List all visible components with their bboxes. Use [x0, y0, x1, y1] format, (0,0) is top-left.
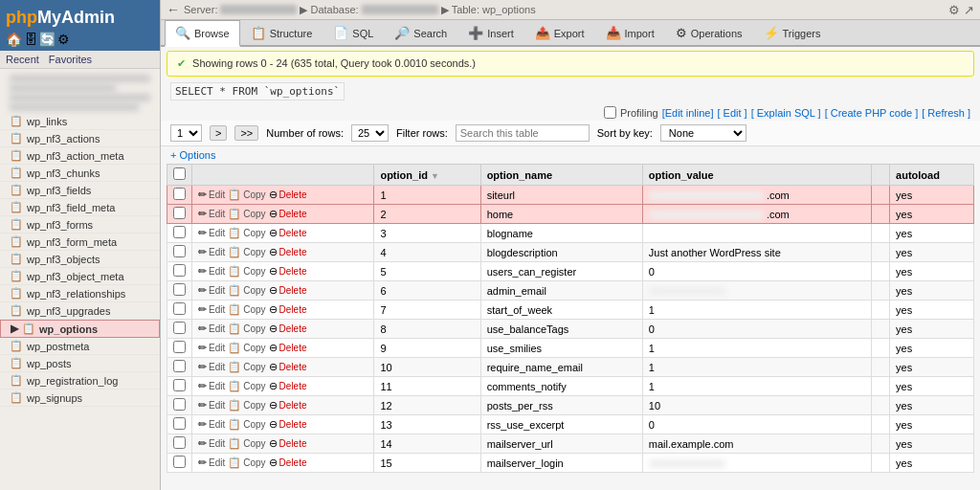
copy-button[interactable]: Copy: [243, 419, 265, 430]
next-page-button[interactable]: >: [210, 125, 227, 141]
delete-button[interactable]: Delete: [279, 343, 307, 353]
profiling-checkbox[interactable]: [604, 106, 616, 119]
filter-input[interactable]: [456, 124, 590, 142]
edit-button[interactable]: Edit: [209, 209, 225, 219]
copy-button[interactable]: Copy: [243, 189, 265, 200]
edit-button[interactable]: Edit: [209, 323, 225, 334]
copy-button[interactable]: Copy: [243, 343, 265, 353]
recent-link[interactable]: Recent: [6, 54, 39, 65]
select-all-checkbox[interactable]: [173, 167, 186, 180]
copy-button[interactable]: Copy: [243, 228, 265, 238]
copy-button[interactable]: Copy: [243, 247, 265, 257]
edit-button[interactable]: Edit: [209, 266, 225, 277]
delete-button[interactable]: Delete: [279, 419, 307, 430]
back-button[interactable]: ←: [167, 2, 180, 17]
row-checkbox[interactable]: [173, 264, 186, 277]
copy-button[interactable]: Copy: [243, 304, 265, 315]
col-option-name[interactable]: option_name: [480, 165, 642, 186]
tab-structure[interactable]: 📋 Structure: [240, 20, 323, 45]
edit-button[interactable]: Edit: [209, 419, 225, 430]
tab-export[interactable]: 📤 Export: [524, 20, 595, 45]
tab-import[interactable]: 📥 Import: [595, 20, 665, 45]
row-checkbox[interactable]: [173, 456, 186, 468]
delete-button[interactable]: Delete: [279, 304, 307, 315]
sidebar-item-wp-registration-log[interactable]: 📋 wp_registration_log: [0, 372, 160, 390]
tab-sql[interactable]: 📄 SQL: [323, 20, 384, 45]
explain-sql-link[interactable]: [ Explain SQL ]: [751, 107, 821, 119]
options-link[interactable]: + Options: [170, 149, 215, 161]
sidebar-item-wp-nf3-relationships[interactable]: 📋 wp_nf3_relationships: [0, 285, 160, 302]
last-page-button[interactable]: >>: [234, 125, 258, 141]
refresh-icon[interactable]: 🔄: [39, 32, 56, 47]
copy-button[interactable]: Copy: [243, 285, 265, 296]
edit-link[interactable]: [ Edit ]: [717, 107, 746, 119]
row-checkbox[interactable]: [173, 188, 186, 200]
edit-button[interactable]: Edit: [209, 247, 225, 257]
sidebar-item-wp-posts[interactable]: 📋 wp_posts: [0, 355, 160, 372]
db-icon[interactable]: 🗄: [24, 32, 37, 47]
sidebar-item-wp-nf3-actions[interactable]: 📋 wp_nf3_actions: [0, 130, 160, 147]
favorites-link[interactable]: Favorites: [49, 54, 92, 65]
edit-button[interactable]: Edit: [209, 189, 225, 200]
edit-button[interactable]: Edit: [209, 343, 225, 353]
copy-button[interactable]: Copy: [243, 457, 265, 468]
tab-insert[interactable]: ➕ Insert: [457, 20, 524, 45]
delete-button[interactable]: Delete: [279, 381, 307, 391]
sidebar-item-wp-links[interactable]: 📋 wp_links: [0, 113, 160, 130]
row-checkbox[interactable]: [173, 417, 186, 430]
sidebar-item-wp-nf3-forms[interactable]: 📋 wp_nf3_forms: [0, 216, 160, 234]
col-option-id[interactable]: option_id ▼: [374, 165, 480, 186]
edit-button[interactable]: Edit: [209, 438, 225, 449]
delete-button[interactable]: Delete: [279, 266, 307, 277]
delete-button[interactable]: Delete: [279, 400, 307, 411]
copy-button[interactable]: Copy: [243, 362, 265, 372]
delete-button[interactable]: Delete: [279, 323, 307, 334]
rows-per-page-select[interactable]: 25: [351, 124, 389, 142]
row-checkbox[interactable]: [173, 379, 186, 391]
refresh-link[interactable]: [ Refresh ]: [922, 107, 970, 119]
sidebar-item-wp-nf3-object-meta[interactable]: 📋 wp_nf3_object_meta: [0, 268, 160, 285]
copy-button[interactable]: Copy: [243, 323, 265, 334]
delete-button[interactable]: Delete: [279, 228, 307, 238]
edit-button[interactable]: Edit: [209, 400, 225, 411]
edit-button[interactable]: Edit: [209, 228, 225, 238]
page-select[interactable]: 1: [170, 124, 202, 142]
row-checkbox[interactable]: [173, 207, 186, 219]
settings-icon[interactable]: ⚙: [57, 32, 70, 47]
copy-button[interactable]: Copy: [243, 438, 265, 449]
sidebar-item-wp-nf3-field-meta[interactable]: 📋 wp_nf3_field_meta: [0, 199, 160, 216]
row-checkbox[interactable]: [173, 283, 186, 296]
row-checkbox[interactable]: [173, 226, 186, 238]
delete-button[interactable]: Delete: [279, 209, 307, 219]
copy-button[interactable]: Copy: [243, 266, 265, 277]
delete-button[interactable]: Delete: [279, 457, 307, 468]
col-autoload[interactable]: autoload: [890, 165, 974, 186]
copy-button[interactable]: Copy: [243, 381, 265, 391]
edit-button[interactable]: Edit: [209, 457, 225, 468]
tab-browse[interactable]: 🔍 Browse: [165, 20, 240, 47]
copy-button[interactable]: Copy: [243, 400, 265, 411]
sidebar-item-wp-nf3-fields[interactable]: 📋 wp_nf3_fields: [0, 182, 160, 199]
row-checkbox[interactable]: [173, 322, 186, 334]
row-checkbox[interactable]: [173, 360, 186, 372]
delete-button[interactable]: Delete: [279, 285, 307, 296]
sidebar-item-wp-nf3-action-meta[interactable]: 📋 wp_nf3_action_meta: [0, 147, 160, 165]
tab-search[interactable]: 🔎 Search: [384, 20, 457, 45]
sidebar-item-wp-nf3-chunks[interactable]: 📋 wp_nf3_chunks: [0, 165, 160, 182]
tab-triggers[interactable]: ⚡ Triggers: [753, 20, 832, 45]
gear-icon[interactable]: ⚙: [948, 3, 960, 17]
col-option-value[interactable]: option_value: [642, 165, 871, 186]
sidebar-item-wp-nf3-form-meta[interactable]: 📋 wp_nf3_form_meta: [0, 234, 160, 251]
row-checkbox[interactable]: [173, 341, 186, 353]
external-icon[interactable]: ↗: [964, 3, 974, 17]
edit-inline-link[interactable]: [Edit inline]: [662, 107, 714, 119]
delete-button[interactable]: Delete: [279, 247, 307, 257]
sidebar-item-wp-signups[interactable]: 📋 wp_signups: [0, 390, 160, 407]
delete-button[interactable]: Delete: [279, 362, 307, 372]
copy-button[interactable]: Copy: [243, 209, 265, 219]
tab-operations[interactable]: ⚙ Operations: [665, 20, 753, 45]
row-checkbox[interactable]: [173, 245, 186, 257]
sidebar-item-wp-nf3-upgrades[interactable]: 📋 wp_nf3_upgrades: [0, 302, 160, 320]
create-php-link[interactable]: [ Create PHP code ]: [825, 107, 919, 119]
sort-select[interactable]: None: [660, 124, 746, 142]
